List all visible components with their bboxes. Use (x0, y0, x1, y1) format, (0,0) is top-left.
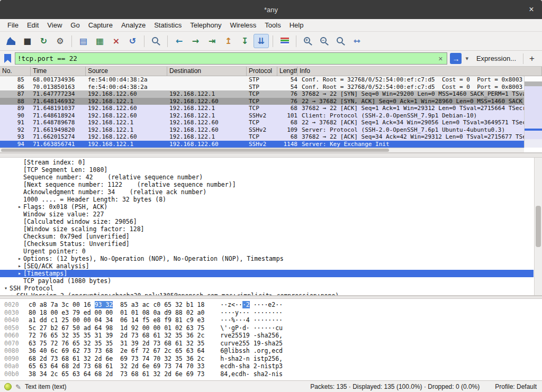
filter-clear-icon[interactable]: × (436, 54, 445, 63)
menu-wireless[interactable]: Wireless (225, 21, 260, 29)
detail-line[interactable]: ▸[SEQ/ACK analysis] (0, 262, 534, 270)
menu-view[interactable]: View (43, 21, 66, 29)
details-scrollbar[interactable] (534, 158, 542, 295)
save-file-button[interactable]: ▦ (92, 34, 107, 48)
packet-list-hscrollbar[interactable] (0, 148, 524, 152)
add-filter-button[interactable]: + (526, 53, 538, 64)
detail-line[interactable]: TCP payload (1080 bytes) (0, 277, 534, 285)
detail-line[interactable]: Acknowledgment number: 34 (relative ack … (0, 188, 534, 196)
detail-line[interactable]: Urgent pointer: 0 (0, 248, 534, 255)
close-window-button[interactable]: × (526, 4, 537, 15)
packet-row-88[interactable]: 8871.648146932192.168.122.1192.168.122.6… (0, 98, 524, 105)
display-filter-input[interactable] (17, 54, 436, 62)
expand-icon[interactable]: ▸ (16, 203, 23, 211)
hex-row-0060[interactable]: 006072 76 65 32 35 35 31 39 2d 73 68 61 … (4, 332, 542, 340)
packet-row-86[interactable]: 8670.013850163fe:54:00:d4:38:2aSTP54Conf… (0, 84, 524, 91)
expand-icon[interactable]: ▸ (16, 262, 23, 270)
hex-row-0070[interactable]: 007063 75 72 76 65 32 35 35 31 39 2d 73 … (4, 340, 542, 348)
expert-info-icon[interactable] (4, 383, 12, 390)
detail-line[interactable]: Checksum: 0x79ed [unverified] (0, 233, 534, 240)
colorize-button[interactable] (277, 34, 292, 48)
menu-statistics[interactable]: Statistics (150, 21, 186, 29)
packet-row-85[interactable]: 8568.001734936fe:54:00:d4:38:2aSTP54Conf… (0, 76, 524, 84)
column-header-protocol[interactable]: Protocol (247, 67, 277, 76)
zoom-in-button[interactable]: + (300, 34, 315, 48)
menu-go[interactable]: Go (66, 21, 84, 29)
detail-line[interactable]: [Window size scaling factor: 128] (0, 225, 534, 233)
column-header-no[interactable]: No. (0, 67, 31, 76)
go-first-button[interactable]: ↥ (221, 34, 236, 48)
open-file-button[interactable]: ▤ (76, 34, 91, 48)
packet-row-89[interactable]: 8971.648191037192.168.122.60192.168.122.… (0, 105, 524, 112)
detail-line[interactable]: [Next sequence number: 1122 (relative se… (0, 181, 534, 188)
column-header-length[interactable]: Length (277, 67, 297, 76)
close-file-button[interactable]: × (109, 34, 124, 48)
detail-line[interactable]: [Calculated window size: 29056] (0, 218, 534, 225)
detail-line[interactable]: Window size value: 227 (0, 211, 534, 218)
zoom-out-button[interactable]: − (317, 34, 332, 48)
menu-analyze[interactable]: Analyze (117, 21, 150, 29)
hex-row-0080[interactable]: 008036 40 6c 69 62 73 73 68 2e 6f 72 67 … (4, 347, 542, 355)
packet-row-93[interactable]: 9371.662015274192.168.122.60192.168.122.… (0, 133, 524, 141)
pane-splitter-top[interactable] (0, 153, 542, 158)
menu-file[interactable]: File (3, 21, 23, 29)
menu-telephony[interactable]: Telephony (186, 21, 225, 29)
capture-options-button[interactable]: ⚙ (52, 34, 68, 48)
hex-row-0030[interactable]: 003080 18 00 e3 79 ed 00 00 01 01 08 0a … (4, 309, 542, 317)
find-packet-button[interactable] (148, 34, 164, 48)
packet-row-91[interactable]: 9171.648789678192.168.122.1192.168.122.6… (0, 119, 524, 126)
detail-line[interactable]: Sequence number: 42 (relative sequence n… (0, 174, 534, 181)
detail-line[interactable]: ▾SSH Protocol (0, 285, 534, 292)
auto-scroll-button[interactable]: ⇊ (254, 34, 269, 48)
go-to-packet-button[interactable]: ⇥ (204, 34, 220, 48)
menu-help[interactable]: Help (285, 21, 308, 29)
expand-icon[interactable]: ▸ (16, 270, 23, 277)
column-header-time[interactable]: Time (31, 67, 86, 76)
detail-line[interactable]: 1000 .... = Header Length: 32 bytes (8) (0, 196, 534, 203)
expand-icon[interactable]: ▸ (9, 292, 16, 295)
start-capture-button[interactable] (3, 34, 19, 48)
menu-tools[interactable]: Tools (260, 21, 285, 29)
menu-capture[interactable]: Capture (84, 21, 117, 29)
hex-row-0020[interactable]: 0020c0 a8 7a 3c 00 16 93 32 85 a3 ac c0 … (4, 301, 542, 309)
packet-list-scrollbar[interactable] (524, 76, 542, 148)
detail-line[interactable]: ▸Flags: 0x018 (PSH, ACK) (0, 203, 534, 211)
hex-row-0040[interactable]: 0040a1 dd c1 25 00 00 04 34 06 14 f5 e8 … (4, 316, 542, 324)
restart-capture-button[interactable]: ↻ (36, 34, 51, 48)
go-forward-button[interactable]: → (188, 34, 203, 48)
go-back-button[interactable]: ← (171, 34, 187, 48)
detail-line[interactable]: [Stream index: 0] (0, 159, 534, 166)
details-scrollbar-thumb[interactable] (536, 206, 541, 247)
packet-row-87[interactable]: 8771.647777234192.168.122.60192.168.122.… (0, 90, 524, 98)
detail-line[interactable]: [Checksum Status: Unverified] (0, 240, 534, 248)
packet-row-94[interactable]: 9471.663856741192.168.122.1192.168.122.6… (0, 141, 524, 148)
menu-edit[interactable]: Edit (23, 21, 43, 29)
hscrollbar-thumb[interactable] (1, 149, 389, 152)
expand-icon[interactable]: ▸ (16, 255, 23, 262)
expression-button[interactable]: Expression... (472, 54, 520, 62)
hex-row-00b0[interactable]: 00b038 34 2c 65 63 64 68 2d 73 68 61 32 … (4, 370, 542, 378)
hex-row-0090[interactable]: 009068 2d 73 68 61 32 2d 6e 69 73 74 70 … (4, 355, 542, 363)
zoom-reset-button[interactable] (333, 34, 348, 48)
detail-line[interactable]: [TCP Segment Len: 1080] (0, 166, 534, 174)
profile-button[interactable]: Profile: Default (495, 383, 537, 390)
detail-line[interactable]: ▸SSH Version 2 (encryption:chacha20-poly… (0, 292, 534, 295)
column-header-info[interactable]: Info (297, 67, 542, 76)
filter-dropdown-icon[interactable]: ▾ (464, 55, 469, 62)
column-header-destination[interactable]: Destination (167, 67, 247, 76)
filter-apply-button[interactable]: → (450, 53, 462, 64)
packet-row-90[interactable]: 9071.648618924192.168.122.60192.168.122.… (0, 112, 524, 120)
detail-line[interactable]: ▸[Timestamps] (0, 270, 534, 277)
hex-row-00a0[interactable]: 00a065 63 64 68 2d 73 68 61 32 2d 6e 69 … (4, 362, 542, 370)
stop-capture-button[interactable]: ■ (20, 34, 35, 48)
collapse-icon[interactable]: ▾ (2, 285, 10, 292)
resize-columns-button[interactable]: ⇿ (349, 34, 365, 48)
titlebar[interactable]: *any × (0, 0, 542, 19)
capture-comment-icon[interactable]: ✎ (15, 383, 21, 391)
detail-line[interactable]: ▸Options: (12 bytes), No-Operation (NOP)… (0, 255, 534, 262)
go-last-button[interactable]: ↧ (237, 34, 252, 48)
filter-bookmark-icon[interactable] (4, 54, 11, 63)
hex-row-0050[interactable]: 00505c 27 b2 67 50 ad 64 98 1d 92 00 00 … (4, 324, 542, 332)
packet-row-92[interactable]: 9271.661949820192.168.122.1192.168.122.6… (0, 126, 524, 134)
reload-file-button[interactable]: ↺ (125, 34, 140, 48)
